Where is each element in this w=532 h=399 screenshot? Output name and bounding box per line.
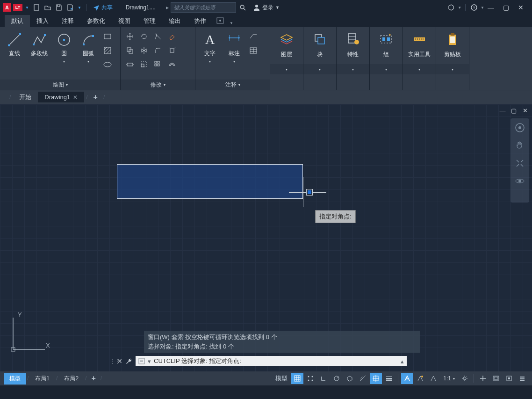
tab-annotate[interactable]: 注释	[55, 15, 80, 27]
search-input[interactable]: 键入关键字或短语	[171, 2, 236, 13]
sb-isodraft-icon[interactable]	[344, 373, 356, 384]
explode-icon[interactable]	[166, 45, 178, 56]
sb-otrack-icon[interactable]	[357, 373, 369, 384]
sb-gear-icon[interactable]	[459, 373, 471, 384]
orbit-icon[interactable]	[514, 175, 525, 187]
panel-annotation-title[interactable]: 注释 ▾	[195, 80, 270, 90]
viewport-maximize[interactable]: ▢	[510, 106, 518, 115]
sb-scale[interactable]: 1:1▾	[440, 375, 458, 382]
line-button[interactable]: 直线	[4, 30, 25, 59]
cmd-close-icon[interactable]: ✕	[117, 357, 122, 365]
panel-group[interactable]: 组 ▾	[370, 27, 403, 90]
sb-grid-icon[interactable]	[291, 373, 303, 384]
move-icon[interactable]	[124, 31, 136, 42]
add-layout-button[interactable]: +	[87, 372, 99, 384]
svg-line-8	[9, 34, 20, 45]
sb-annoscale-icon[interactable]	[401, 373, 413, 384]
cmd-settings-icon[interactable]	[125, 357, 133, 366]
filetab-start[interactable]: 开始	[13, 91, 38, 103]
sb-polar-icon[interactable]	[331, 373, 343, 384]
sb-snap-icon[interactable]	[304, 373, 316, 384]
sb-lineweight-icon[interactable]	[383, 373, 395, 384]
sb-annoauto-icon[interactable]	[427, 373, 439, 384]
navigation-bar[interactable]	[510, 118, 529, 203]
tab-view[interactable]: 视图	[112, 15, 137, 27]
circle-button[interactable]: 圆▾	[53, 30, 75, 65]
cmd-dropdown-icon[interactable]: ▾	[148, 358, 151, 365]
sb-ortho-icon[interactable]	[317, 373, 330, 384]
ucs-icon[interactable]: Y X	[7, 313, 50, 356]
trim-icon[interactable]	[152, 31, 164, 42]
panel-draw-title[interactable]: 绘图 ▾	[0, 80, 120, 90]
qat-dropdown[interactable]: ▼	[77, 6, 82, 10]
sb-annovis-icon[interactable]	[414, 373, 426, 384]
tab-output[interactable]: 输出	[162, 15, 187, 27]
sbtab-model[interactable]: 模型	[4, 373, 26, 384]
sb-cleanscreen-icon[interactable]	[490, 373, 502, 384]
viewport-minimize[interactable]: —	[498, 106, 507, 115]
panel-clipboard[interactable]: 剪贴板 ▾	[436, 27, 469, 90]
sb-isolate-icon[interactable]	[503, 373, 515, 384]
command-input[interactable]: ▾ CUTCLIP 选择对象: 指定对角点: ▴	[136, 356, 407, 366]
cmd-expand-icon[interactable]: ▴	[401, 358, 404, 365]
panel-properties[interactable]: 特性 ▾	[337, 27, 370, 90]
minimize-button[interactable]: —	[486, 3, 496, 12]
close-tab-icon[interactable]: ✕	[73, 94, 78, 101]
dimension-button[interactable]: 标注▾	[223, 30, 245, 65]
panel-utilities[interactable]: 实用工具 ▾	[403, 27, 436, 90]
saveas-icon[interactable]	[65, 3, 75, 12]
sb-model-button[interactable]: 模型	[273, 373, 290, 384]
leader-icon[interactable]	[248, 31, 259, 42]
viewport-close[interactable]: ✕	[521, 106, 529, 115]
svg-rect-50	[387, 37, 390, 41]
arc-button[interactable]: 圆弧▾	[78, 30, 99, 65]
save-icon[interactable]	[54, 3, 64, 12]
drawing-canvas[interactable]: — ▢ ✕ 指定对角点: Y X 窗口(W) 套索 按空格键可循环浏览选项找到 …	[0, 104, 532, 371]
tab-manage[interactable]: 管理	[137, 15, 162, 27]
tab-default[interactable]: 默认	[5, 15, 30, 27]
app-menu-dropdown[interactable]: ▼	[24, 6, 30, 10]
sbtab-layout2[interactable]: 布局2	[58, 373, 84, 384]
mirror-icon[interactable]	[138, 45, 150, 56]
maximize-button[interactable]: ▢	[501, 3, 510, 12]
search-icon[interactable]	[238, 3, 247, 12]
sb-workspace-icon[interactable]	[477, 373, 489, 384]
rectangle-icon[interactable]	[102, 31, 113, 42]
panel-layers[interactable]: 图层 ▾	[270, 27, 303, 90]
steering-wheel-icon[interactable]	[514, 122, 525, 133]
table-icon[interactable]	[248, 45, 259, 56]
erase-icon[interactable]	[166, 31, 178, 42]
autodesk-app-icon[interactable]	[446, 3, 456, 12]
tab-insert[interactable]: 插入	[30, 15, 55, 27]
scale-icon[interactable]	[138, 59, 150, 70]
tab-parametric[interactable]: 参数化	[80, 15, 112, 27]
new-icon[interactable]	[32, 3, 41, 12]
panel-modify-title[interactable]: 修改 ▾	[121, 80, 195, 90]
stretch-icon[interactable]	[124, 59, 136, 70]
login-button[interactable]: 登录 ▼	[249, 4, 283, 12]
panel-block[interactable]: 块 ▾	[303, 27, 337, 90]
tab-featured[interactable]	[213, 15, 228, 27]
tab-collab[interactable]: 协作	[187, 15, 213, 27]
offset-icon[interactable]	[166, 59, 178, 70]
sb-osnap-icon[interactable]	[370, 373, 382, 384]
fillet-icon[interactable]	[152, 45, 164, 56]
cmd-drag-handle[interactable]: ⋮⋮	[109, 356, 114, 366]
hatch-icon[interactable]	[102, 45, 113, 56]
add-tab-button[interactable]: +	[90, 91, 101, 103]
polyline-button[interactable]: 多段线	[28, 30, 50, 59]
share-button[interactable]: 共享	[90, 4, 115, 12]
array-icon[interactable]	[152, 59, 164, 70]
copy-icon[interactable]	[124, 45, 136, 56]
ellipse-icon[interactable]	[102, 59, 113, 70]
pan-icon[interactable]	[514, 140, 525, 151]
close-button[interactable]: ✕	[516, 3, 525, 12]
filetab-drawing1[interactable]: Drawing1✕	[38, 92, 84, 102]
text-button[interactable]: A文字▾	[199, 30, 221, 65]
open-icon[interactable]	[43, 3, 52, 12]
rotate-icon[interactable]	[138, 31, 150, 42]
help-icon[interactable]: ?	[469, 3, 479, 12]
sb-customize-icon[interactable]	[516, 373, 528, 384]
zoom-extents-icon[interactable]	[514, 158, 525, 169]
sbtab-layout1[interactable]: 布局1	[29, 373, 55, 384]
